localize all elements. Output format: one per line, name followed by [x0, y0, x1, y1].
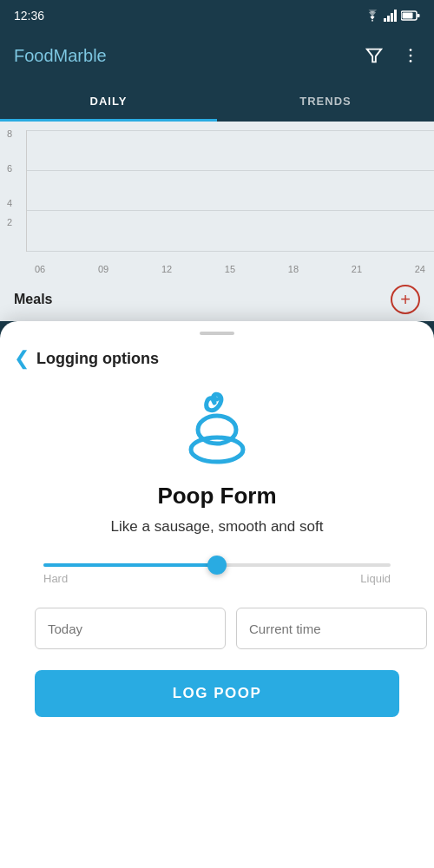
consistency-slider-container: Hard Liquid: [35, 563, 399, 585]
sheet-handle: [200, 332, 234, 335]
svg-rect-0: [384, 18, 386, 22]
form-title: Poop Form: [157, 483, 276, 510]
tab-daily[interactable]: DAILY: [0, 80, 217, 122]
slider-label-liquid: Liquid: [360, 572, 391, 585]
y-label-2: 2: [7, 217, 12, 227]
chart-area: 8 6 4 2 06 09 12 15 18 21 24: [0, 122, 434, 278]
meals-row: Meals +: [0, 278, 434, 321]
status-bar: 12:36: [0, 0, 434, 31]
poop-svg-icon: [169, 391, 265, 469]
meals-label: Meals: [14, 292, 52, 307]
plus-icon: +: [400, 290, 411, 310]
logging-options-title: Logging options: [36, 350, 159, 368]
y-label-4: 4: [7, 198, 12, 208]
svg-rect-1: [387, 16, 390, 22]
svg-point-9: [410, 55, 412, 57]
svg-point-8: [410, 49, 412, 51]
x-label-09: 09: [98, 264, 108, 274]
app-title: FoodMarble: [14, 46, 107, 66]
status-left: 12:36: [14, 9, 44, 23]
chart-x-labels: 06 09 12 15 18 21 24: [26, 264, 434, 274]
tab-trends[interactable]: TRENDS: [217, 80, 434, 122]
svg-point-10: [410, 60, 412, 62]
y-label-8: 8: [7, 128, 12, 139]
log-poop-button[interactable]: LOG POOP: [35, 670, 399, 717]
x-label-15: 15: [225, 264, 235, 274]
battery-icon: [401, 10, 420, 21]
add-meal-button[interactable]: +: [391, 285, 420, 314]
x-label-21: 21: [352, 264, 362, 274]
date-input[interactable]: [35, 608, 226, 649]
poop-icon-area: [169, 391, 265, 469]
slider-track[interactable]: [43, 563, 391, 567]
more-icon[interactable]: [401, 46, 420, 65]
back-button[interactable]: ❮: [14, 349, 30, 368]
wifi-icon: [365, 10, 380, 22]
slider-label-hard: Hard: [43, 572, 68, 585]
x-label-18: 18: [288, 264, 299, 274]
app-bar: FoodMarble: [0, 31, 434, 80]
signal-icon: [384, 10, 398, 22]
time-input[interactable]: [236, 608, 427, 649]
filter-icon[interactable]: [365, 46, 384, 65]
tab-bar: DAILY TRENDS: [0, 80, 434, 122]
bottom-sheet: ❮ Logging options Poop Form Like a sausa…: [0, 321, 434, 868]
date-time-row: [35, 608, 399, 649]
svg-rect-3: [394, 10, 397, 22]
chart-inner: [26, 130, 434, 252]
sheet-header: ❮ Logging options: [0, 342, 434, 382]
y-label-6: 6: [7, 163, 12, 174]
status-right: [365, 10, 420, 22]
x-label-24: 24: [415, 264, 425, 274]
svg-marker-7: [367, 49, 382, 62]
form-subtitle: Like a sausage, smooth and soft: [111, 518, 324, 536]
svg-point-12: [191, 437, 243, 462]
slider-thumb[interactable]: [207, 556, 227, 575]
svg-rect-5: [403, 13, 413, 19]
svg-rect-2: [391, 13, 393, 22]
x-label-12: 12: [161, 264, 172, 274]
time-display: 12:36: [14, 9, 44, 23]
x-label-06: 06: [35, 264, 45, 274]
svg-rect-6: [418, 14, 420, 17]
app-bar-actions: [365, 46, 420, 65]
slider-fill: [43, 563, 217, 567]
